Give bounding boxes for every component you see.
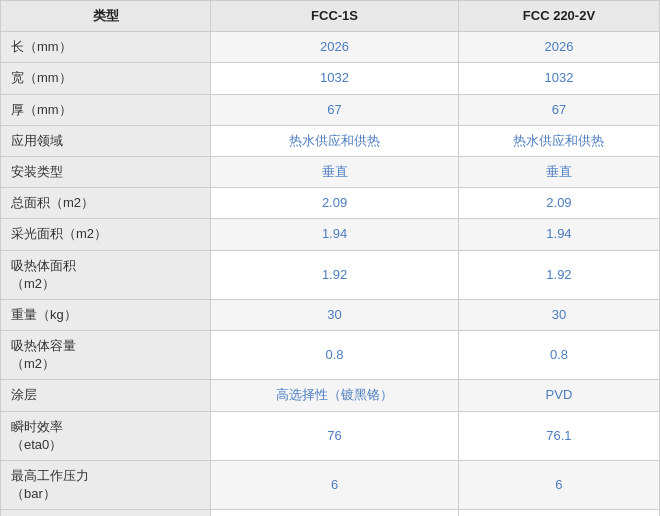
- row-label: 吸收率（%）: [1, 510, 211, 516]
- specs-table: 类型 FCC-1S FCC 220-2V 长（mm）20262026宽（mm）1…: [0, 0, 660, 516]
- row-value-1: 0.8: [211, 331, 459, 380]
- row-value-1: 垂直: [211, 156, 459, 187]
- row-value-1: 6: [211, 461, 459, 510]
- table-row: 吸收率（%）95 ± 295±2: [1, 510, 660, 516]
- row-value-1: 1032: [211, 63, 459, 94]
- table-row: 厚（mm）6767: [1, 94, 660, 125]
- row-value-2: 2.09: [458, 188, 659, 219]
- row-label: 重量（kg）: [1, 299, 211, 330]
- row-value-2: 76.1: [458, 411, 659, 460]
- table-row: 宽（mm）10321032: [1, 63, 660, 94]
- row-value-1: 高选择性（镀黑铬）: [211, 380, 459, 411]
- row-value-1: 2.09: [211, 188, 459, 219]
- row-value-2: 67: [458, 94, 659, 125]
- table-row: 吸热体面积 （m2）1.921.92: [1, 250, 660, 299]
- row-label: 厚（mm）: [1, 94, 211, 125]
- row-label: 吸热体容量 （m2）: [1, 331, 211, 380]
- row-label: 涂层: [1, 380, 211, 411]
- row-value-2: 0.8: [458, 331, 659, 380]
- row-label: 长（mm）: [1, 32, 211, 63]
- row-value-1: 95 ± 2: [211, 510, 459, 516]
- col-header-fcc1s: FCC-1S: [211, 1, 459, 32]
- row-value-1: 1.94: [211, 219, 459, 250]
- table-row: 瞬时效率 （eta0）7676.1: [1, 411, 660, 460]
- table-row: 应用领域热水供应和供热热水供应和供热: [1, 125, 660, 156]
- table-row: 长（mm）20262026: [1, 32, 660, 63]
- table-row: 最高工作压力 （bar）66: [1, 461, 660, 510]
- row-value-2: 2026: [458, 32, 659, 63]
- table-row: 总面积（m2）2.092.09: [1, 188, 660, 219]
- row-value-1: 30: [211, 299, 459, 330]
- row-value-2: 95±2: [458, 510, 659, 516]
- col-header-fcc220: FCC 220-2V: [458, 1, 659, 32]
- row-label: 最高工作压力 （bar）: [1, 461, 211, 510]
- row-value-1: 2026: [211, 32, 459, 63]
- row-label: 应用领域: [1, 125, 211, 156]
- row-value-1: 热水供应和供热: [211, 125, 459, 156]
- row-value-1: 67: [211, 94, 459, 125]
- table-row: 安装类型垂直垂直: [1, 156, 660, 187]
- row-label: 吸热体面积 （m2）: [1, 250, 211, 299]
- row-label: 宽（mm）: [1, 63, 211, 94]
- row-value-2: 1.94: [458, 219, 659, 250]
- table-row: 重量（kg）3030: [1, 299, 660, 330]
- row-label: 瞬时效率 （eta0）: [1, 411, 211, 460]
- row-value-2: 热水供应和供热: [458, 125, 659, 156]
- row-value-2: PVD: [458, 380, 659, 411]
- table-row: 采光面积（m2）1.941.94: [1, 219, 660, 250]
- row-label: 采光面积（m2）: [1, 219, 211, 250]
- row-label: 总面积（m2）: [1, 188, 211, 219]
- row-value-2: 垂直: [458, 156, 659, 187]
- table-row: 涂层高选择性（镀黑铬）PVD: [1, 380, 660, 411]
- table-row: 吸热体容量 （m2）0.80.8: [1, 331, 660, 380]
- col-header-type: 类型: [1, 1, 211, 32]
- row-value-2: 6: [458, 461, 659, 510]
- row-label: 安装类型: [1, 156, 211, 187]
- row-value-1: 1.92: [211, 250, 459, 299]
- row-value-2: 1.92: [458, 250, 659, 299]
- row-value-1: 76: [211, 411, 459, 460]
- row-value-2: 30: [458, 299, 659, 330]
- row-value-2: 1032: [458, 63, 659, 94]
